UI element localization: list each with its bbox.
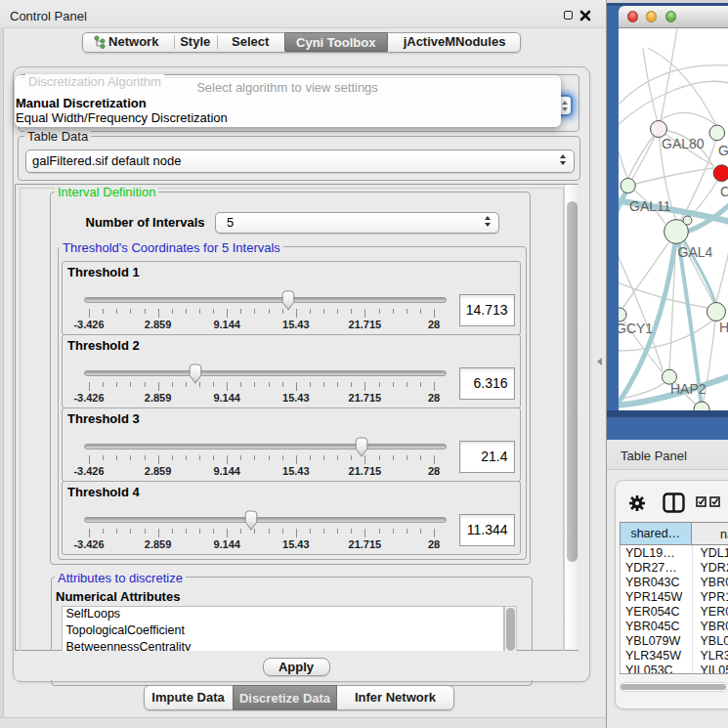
svg-text:HAP2: HAP2	[670, 381, 707, 397]
svg-text:GAL80: GAL80	[662, 136, 705, 151]
svg-text:GA: GA	[718, 143, 728, 158]
svg-text:GAL11: GAL11	[629, 198, 671, 214]
svg-text:HIS: HIS	[719, 320, 728, 335]
svg-text:GCY1: GCY1	[619, 321, 653, 336]
svg-text:GAL4: GAL4	[677, 244, 712, 260]
svg-text:C: C	[720, 184, 728, 199]
